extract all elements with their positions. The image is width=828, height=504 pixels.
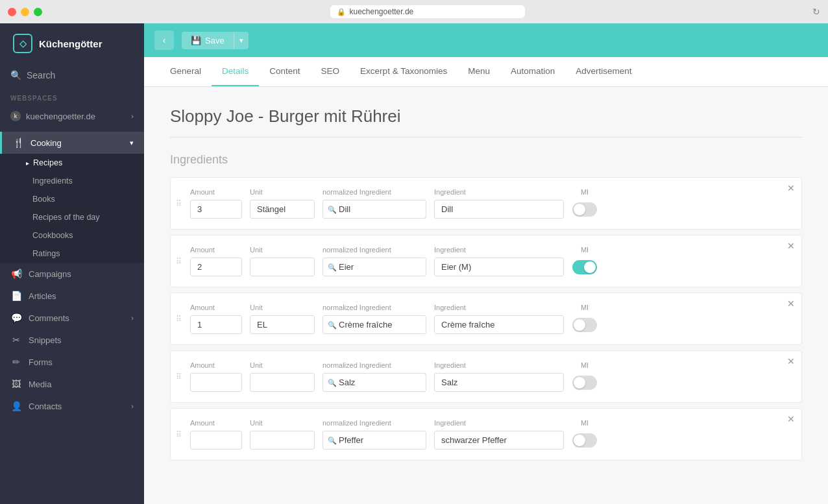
collapse-sidebar-button[interactable]: ‹ [154, 30, 174, 50]
drag-handle-icon[interactable]: ⠿ [176, 372, 182, 381]
drag-handle-icon[interactable]: ⠿ [176, 315, 182, 324]
sidebar-item-cooking[interactable]: 🍴 Cooking ▾ [0, 132, 144, 154]
mi-toggle[interactable] [572, 260, 597, 274]
unit-input[interactable] [250, 258, 315, 276]
ingredient-name-input[interactable] [434, 431, 564, 450]
sidebar-item-contacts[interactable]: 👤 Contacts › [0, 395, 144, 417]
ingredient-fields: 🔍 [190, 258, 791, 276]
chevron-down-icon: ▾ [130, 139, 134, 147]
mi-toggle[interactable] [572, 318, 597, 332]
app-body: ◇ Küchengötter 🔍 Search WEBSPACES k kuec… [0, 23, 828, 504]
amount-field [190, 258, 242, 276]
unit-input[interactable] [250, 373, 315, 392]
tab-details[interactable]: Details [212, 57, 259, 86]
sidebar-item-comments[interactable]: 💬 Comments › [0, 307, 144, 329]
amount-input[interactable] [190, 200, 242, 219]
remove-ingredient-button[interactable]: ✕ [787, 241, 795, 251]
sidebar-item-ratings[interactable]: Ratings [0, 245, 144, 263]
ingredient-name-field [434, 373, 564, 392]
sidebar-item-snippets[interactable]: ✂ Snippets [0, 329, 144, 351]
unit-field [250, 315, 315, 334]
media-icon: 🖼 [10, 379, 22, 389]
sidebar-item-media[interactable]: 🖼 Media [0, 373, 144, 395]
normalized-ingredient-label: normalized Ingredient [323, 304, 426, 311]
mi-toggle[interactable] [572, 376, 597, 390]
ingredient-name-field [434, 258, 564, 276]
content-area: Sloppy Joe - Burger mit Rührei Ingredien… [144, 87, 828, 504]
tab-automation[interactable]: Automation [500, 57, 565, 86]
unit-input[interactable] [250, 315, 315, 334]
amount-label: Amount [190, 246, 242, 254]
sidebar-item-label: Articles [29, 291, 56, 301]
drag-handle-icon[interactable]: ⠿ [176, 199, 182, 208]
remove-ingredient-button[interactable]: ✕ [787, 356, 795, 366]
sidebar-item-ingredients[interactable]: Ingredients [0, 172, 144, 190]
mi-toggle[interactable] [572, 433, 597, 448]
save-icon: 💾 [191, 36, 201, 45]
normalized-ingredient-input[interactable] [323, 258, 426, 276]
fields-header: Amount Unit normalized Ingredient Ingred… [190, 246, 791, 254]
sidebar-search-item[interactable]: 🔍 Search [0, 64, 144, 87]
save-dropdown-button[interactable]: ▾ [234, 32, 249, 49]
sidebar-item-articles[interactable]: 📄 Articles [0, 285, 144, 307]
mi-field [572, 318, 598, 332]
search-icon: 🔍 [328, 436, 337, 444]
remove-ingredient-button[interactable]: ✕ [787, 183, 795, 193]
remove-ingredient-button[interactable]: ✕ [787, 298, 795, 309]
amount-input[interactable] [190, 258, 242, 276]
sidebar-item-forms[interactable]: ✏ Forms [0, 351, 144, 373]
amount-input[interactable] [190, 373, 242, 392]
sidebar-item-label: Contacts [29, 402, 62, 411]
save-button[interactable]: 💾 Save [182, 32, 234, 49]
normalized-ingredient-input[interactable] [323, 315, 426, 334]
contacts-icon: 👤 [10, 401, 22, 411]
tab-seo[interactable]: SEO [311, 57, 350, 86]
mi-field [572, 202, 598, 217]
tab-general[interactable]: General [160, 57, 212, 86]
ingredient-name-input[interactable] [434, 315, 564, 334]
close-button[interactable] [8, 8, 16, 16]
search-icon: 🔍 [328, 378, 337, 387]
reload-icon[interactable]: ↻ [812, 6, 820, 17]
tab-menu[interactable]: Menu [457, 57, 500, 86]
unit-input[interactable] [250, 200, 315, 219]
normalized-ingredient-input[interactable] [323, 431, 426, 450]
sidebar-item-cookbooks[interactable]: Cookbooks [0, 226, 144, 245]
amount-field [190, 200, 242, 219]
mi-label: MI [572, 188, 598, 196]
mi-toggle[interactable] [572, 202, 597, 217]
save-button-group[interactable]: 💾 Save ▾ [182, 32, 249, 49]
sidebar-item-recipes[interactable]: Recipes [0, 154, 144, 172]
drag-handle-icon[interactable]: ⠿ [176, 430, 182, 439]
url-bar[interactable]: 🔒 kuechengoetter.de [330, 5, 525, 18]
normalized-ingredient-input[interactable] [323, 373, 426, 392]
window-controls[interactable] [8, 8, 42, 16]
ingredient-name-input[interactable] [434, 258, 564, 276]
sidebar-item-books[interactable]: Books [0, 190, 144, 208]
minimize-button[interactable] [21, 8, 29, 16]
amount-input[interactable] [190, 431, 242, 450]
sidebar-item-campaigns[interactable]: 📢 Campaigns [0, 263, 144, 285]
normalized-ingredient-input[interactable] [323, 200, 426, 219]
campaigns-icon: 📢 [10, 269, 22, 279]
amount-label: Amount [190, 361, 242, 369]
toolbar: ‹ 💾 Save ▾ [144, 23, 828, 57]
ingredient-label: Ingredient [434, 188, 564, 196]
ingredient-name-input[interactable] [434, 200, 564, 219]
sidebar-item-recipes-of-the-day[interactable]: Recipes of the day [0, 208, 144, 226]
remove-ingredient-button[interactable]: ✕ [787, 414, 795, 424]
maximize-button[interactable] [34, 8, 42, 16]
chevron-right-icon: › [131, 112, 134, 120]
sidebar-site[interactable]: k kuechengoetter.de › [0, 106, 144, 126]
drag-handle-icon[interactable]: ⠿ [176, 257, 182, 266]
ingredient-name-input[interactable] [434, 373, 564, 392]
tab-advertisement[interactable]: Advertisement [565, 57, 642, 86]
tab-content[interactable]: Content [259, 57, 310, 86]
dropdown-icon: ▾ [239, 36, 243, 44]
ingredient-fields: 🔍 [190, 431, 791, 450]
chevron-right-icon: › [131, 314, 134, 322]
tab-excerpt-taxonomies[interactable]: Excerpt & Taxonomies [350, 57, 457, 86]
unit-input[interactable] [250, 431, 315, 450]
ingredient-name-field [434, 315, 564, 334]
amount-input[interactable] [190, 315, 242, 334]
